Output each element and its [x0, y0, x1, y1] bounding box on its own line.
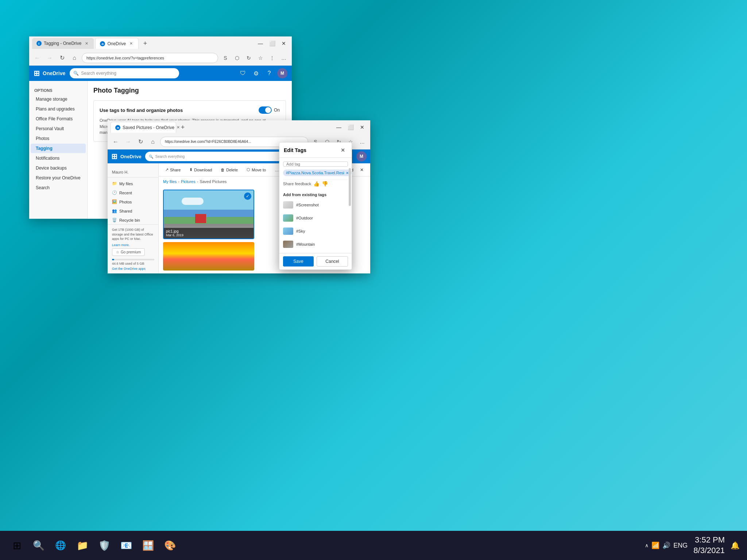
- od2-shared[interactable]: 👥 Shared: [108, 206, 158, 215]
- ext-icon-1[interactable]: S: [220, 53, 231, 63]
- more-btn-1[interactable]: …: [279, 53, 289, 63]
- more-btn-2[interactable]: …: [357, 137, 367, 147]
- edit-tags-close-btn[interactable]: ✕: [338, 146, 347, 155]
- user-avatar-1[interactable]: M: [277, 68, 287, 78]
- breadcrumb-pictures[interactable]: Pictures: [181, 179, 196, 184]
- home-btn-2[interactable]: ⌂: [148, 137, 158, 147]
- move-label: Move to: [252, 168, 266, 172]
- breadcrumb-my-files[interactable]: My files: [163, 179, 177, 184]
- forward-btn-1[interactable]: →: [44, 53, 55, 63]
- add-tag-input[interactable]: [283, 162, 348, 167]
- od2-recent[interactable]: 🕐 Recent: [108, 188, 158, 197]
- add-tab-btn[interactable]: +: [140, 38, 150, 48]
- cancel-tags-btn[interactable]: Cancel: [317, 256, 348, 267]
- tab-tagging-inactive[interactable]: E Tagging - OneDrive ✕: [32, 38, 94, 49]
- sidebar-item-restore[interactable]: Restore your OneDrive: [31, 173, 86, 183]
- photo-card-2[interactable]: [163, 242, 254, 271]
- taskbar-edge-btn[interactable]: 🌐: [51, 536, 70, 555]
- existing-tag-outdoor[interactable]: #Outdoor: [283, 213, 348, 223]
- sidebar-item-office-file[interactable]: Office File Formats: [31, 114, 86, 124]
- network-icon[interactable]: 📶: [651, 541, 659, 549]
- delete-btn[interactable]: 🗑 Delete: [218, 166, 240, 174]
- tag-thumb-screenshot: [283, 201, 293, 209]
- taskbar-paint-btn[interactable]: 🎨: [160, 536, 179, 555]
- tab-saved-pictures[interactable]: ☁ Saved Pictures - OneDrive ✕: [111, 122, 176, 133]
- learn-more-link-2[interactable]: Learn more.: [112, 243, 130, 247]
- toggle-switch[interactable]: On: [259, 106, 280, 114]
- od2-photos[interactable]: 🖼️ Photos: [108, 197, 158, 206]
- address-field-1[interactable]: https://onedrive.live.com/?v=tagpreferen…: [82, 53, 218, 63]
- thumbs-down-icon[interactable]: 👎: [322, 181, 328, 187]
- forward-btn-2[interactable]: →: [123, 137, 133, 147]
- download-btn[interactable]: ⬇ Download: [187, 166, 214, 174]
- back-btn-2[interactable]: ←: [111, 137, 121, 147]
- sidebar-item-device-backups[interactable]: Device backups: [31, 163, 86, 173]
- user-avatar-2[interactable]: M: [356, 151, 367, 162]
- taskbar-explorer-btn[interactable]: 📁: [73, 536, 92, 555]
- chevron-icon[interactable]: ∧: [645, 542, 649, 548]
- tab-close-tagging[interactable]: ✕: [84, 40, 89, 46]
- options-section-title: Options: [29, 85, 87, 94]
- taskbar-mail-btn[interactable]: 📧: [117, 536, 136, 555]
- get-apps-link[interactable]: Get the OneDrive apps: [112, 267, 154, 271]
- tag-thumb-mountain: [283, 241, 293, 248]
- photo-filename-1: pic1.jpg: [166, 229, 251, 233]
- settings-icon-1[interactable]: ⚙: [251, 68, 261, 78]
- sidebar-item-photos[interactable]: Photos: [31, 134, 86, 143]
- taskbar-clock[interactable]: 3:52 PM 8/3/2021: [693, 535, 725, 556]
- sidebar-item-plans[interactable]: Plans and upgrades: [31, 104, 86, 114]
- help-icon-1[interactable]: ?: [264, 68, 274, 78]
- volume-icon[interactable]: 🔊: [662, 541, 670, 549]
- shield-icon-1[interactable]: 🛡: [238, 68, 248, 78]
- photo-card-1[interactable]: ✓ pic1.jpg Mar 6, 2019: [163, 190, 254, 239]
- sidebar-item-personal-vault[interactable]: Personal Vault: [31, 124, 86, 133]
- deselect-btn[interactable]: ✕: [358, 166, 366, 174]
- sidebar-item-search[interactable]: Search: [31, 183, 86, 192]
- back-btn-1[interactable]: ←: [32, 53, 42, 63]
- edit-tags-footer: Save Cancel: [279, 253, 352, 269]
- sidebar-item-notifications[interactable]: Notifications: [31, 153, 86, 163]
- save-tags-btn[interactable]: Save: [283, 256, 314, 267]
- tab-label-saved: Saved Pictures - OneDrive: [123, 125, 174, 130]
- clock-time: 3:52 PM: [693, 535, 725, 545]
- notification-btn[interactable]: 🔔: [731, 541, 740, 550]
- go-premium-btn[interactable]: ☆ Go premium: [112, 248, 145, 256]
- refresh-btn-2[interactable]: ↻: [135, 137, 146, 147]
- thumbs-up-icon[interactable]: 👍: [313, 181, 320, 187]
- taskbar-search-btn[interactable]: 🔍: [29, 536, 48, 555]
- house-decoration: [195, 214, 206, 223]
- existing-tag-mountain[interactable]: #Mountain: [283, 239, 348, 249]
- ext-icon-3[interactable]: ↻: [244, 53, 254, 63]
- minimize-btn-1[interactable]: —: [255, 38, 266, 48]
- tab-onedrive-active[interactable]: ☁ OneDrive ✕: [95, 38, 139, 49]
- favorites-icon[interactable]: ☆: [255, 53, 266, 63]
- maximize-btn-2[interactable]: ⬜: [345, 122, 356, 132]
- existing-tag-screenshot[interactable]: #Screenshot: [283, 200, 348, 210]
- onedrive-search-1[interactable]: 🔍 Search everything: [70, 68, 179, 78]
- sidebar-item-manage-storage[interactable]: Manage storage: [31, 94, 86, 104]
- tab-close-onedrive[interactable]: ✕: [128, 41, 134, 47]
- add-tab-btn-2[interactable]: +: [178, 122, 188, 132]
- close-btn-1[interactable]: ✕: [279, 38, 289, 48]
- start-button[interactable]: ⊞: [7, 536, 26, 555]
- taskbar-store-btn[interactable]: 🪟: [139, 536, 158, 555]
- existing-tag-sky[interactable]: #Sky: [283, 226, 348, 236]
- close-btn-2[interactable]: ✕: [357, 122, 367, 132]
- maximize-btn-1[interactable]: ⬜: [267, 38, 277, 48]
- ext-icon-2[interactable]: ⬡: [232, 53, 242, 63]
- scene-sunset-image: [163, 242, 254, 271]
- taskbar-defender-btn[interactable]: 🛡️: [95, 536, 114, 555]
- od2-recycle-bin[interactable]: 🗑️ Recycle bin: [108, 215, 158, 225]
- move-to-btn[interactable]: ⬡ Move to: [244, 166, 268, 174]
- od2-my-files[interactable]: 📁 My files: [108, 179, 158, 188]
- minimize-btn-2[interactable]: —: [334, 122, 344, 132]
- collections-icon[interactable]: ⋮: [267, 53, 277, 63]
- refresh-btn-1[interactable]: ↻: [57, 53, 67, 63]
- home-btn-1[interactable]: ⌂: [69, 53, 80, 63]
- recent-label: Recent: [119, 191, 132, 195]
- tag-chip-close-piazza[interactable]: ✕: [346, 171, 349, 175]
- share-btn[interactable]: ↗ Share: [163, 166, 183, 174]
- my-files-label: My files: [119, 182, 133, 186]
- toggle-track[interactable]: [259, 106, 272, 114]
- sidebar-item-tagging[interactable]: Tagging: [31, 144, 86, 153]
